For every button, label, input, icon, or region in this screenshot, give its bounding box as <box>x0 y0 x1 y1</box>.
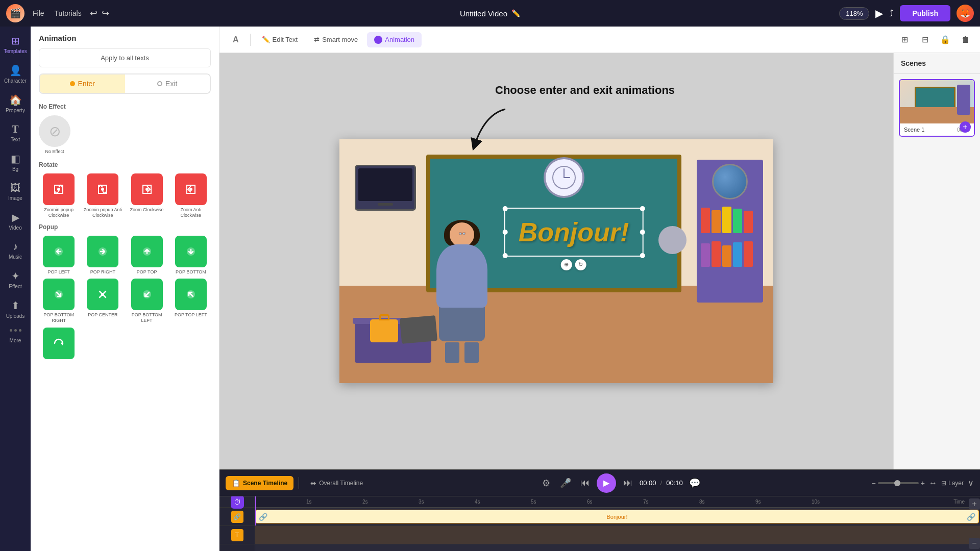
edit-text-button[interactable]: ✏️ Edit Text <box>255 32 305 47</box>
tl-zoom-slider[interactable] <box>878 482 919 484</box>
zoom-control[interactable]: 118% <box>839 7 869 20</box>
effect-pop-left[interactable]: POP LEFT <box>39 236 79 275</box>
time-mark-6s: 6s <box>587 499 593 505</box>
effect-zoomin-cw[interactable]: Zoomin popup Clockwise <box>39 173 79 218</box>
image-icon: 🖼 <box>10 182 20 194</box>
effect-pop-top-icon <box>131 236 163 267</box>
tl-skip-start-button[interactable]: ⏮ <box>577 475 593 491</box>
gray-circle-decoration <box>658 226 687 254</box>
exit-tab[interactable]: Exit <box>125 74 210 93</box>
tl-skip-end-button[interactable]: ⏭ <box>620 475 635 491</box>
zoom-out-button[interactable]: − <box>969 538 980 549</box>
zoom-in-button[interactable]: + <box>969 498 980 510</box>
time-mark-8s: 8s <box>699 499 705 505</box>
selection-controls: ⊕ ↻ <box>561 259 586 270</box>
sidebar-item-character[interactable]: 👤 Character <box>2 60 29 88</box>
scene-timeline-tab[interactable]: 📋 Scene Timeline <box>226 476 293 490</box>
edit-title-icon[interactable]: ✏️ <box>511 9 520 17</box>
menu-items: File Tutorials <box>33 9 82 17</box>
menu-file[interactable]: File <box>33 9 44 17</box>
redo-button[interactable]: ↪ <box>102 8 109 19</box>
effect-pop-right[interactable]: POP RIGHT <box>83 236 122 275</box>
enter-tab[interactable]: Enter <box>40 74 125 93</box>
templates-icon: ⊞ <box>11 35 20 47</box>
app-logo[interactable]: 🎬 <box>6 4 24 22</box>
sidebar-item-uploads[interactable]: ⬆ Uploads <box>2 295 29 323</box>
sidebar-label-image: Image <box>8 195 22 201</box>
add-scene-button[interactable]: + <box>960 121 971 133</box>
bonjour-text: Bonjour! <box>519 217 629 247</box>
sidebar-item-music[interactable]: ♪ Music <box>2 237 29 264</box>
tl-settings-button[interactable]: ⚙ <box>538 475 554 491</box>
bonjour-track-row[interactable]: ⏱ 🔗 Bonjour! 🔗 <box>255 508 980 526</box>
playhead-icon[interactable]: ⏱ <box>231 496 244 509</box>
effect-pop-bottom-left[interactable]: POP BOTTOM LEFT <box>127 279 167 323</box>
effect-zoomin-acw[interactable]: Zoomin popup Anti Clockwise <box>83 173 122 218</box>
rotate-control[interactable]: ↻ <box>575 259 586 270</box>
effect-pop-extra[interactable] <box>39 328 79 361</box>
effect-pop-bottom[interactable]: POP BOTTOM <box>171 236 211 275</box>
sidebar-item-image[interactable]: 🖼 Image <box>2 178 29 205</box>
align-button[interactable]: ⊟ <box>917 32 933 48</box>
share-button[interactable]: ⤴ <box>889 8 894 19</box>
animation-button[interactable]: Animation <box>367 32 422 47</box>
user-avatar[interactable]: 🦊 <box>957 5 974 22</box>
tl-sep <box>299 477 299 489</box>
publish-button[interactable]: Publish <box>900 5 950 21</box>
sidebar-item-more[interactable]: More <box>2 334 29 347</box>
effect-pop-bottom-right[interactable]: POP BOTTOM RIGHT <box>39 279 79 323</box>
effect-pop-center[interactable]: POP CENTER <box>83 279 122 323</box>
undo-button[interactable]: ↩ <box>90 8 97 19</box>
apply-all-texts-button[interactable]: Apply to all texts <box>39 48 211 67</box>
tl-mic-button[interactable]: 🎤 <box>558 475 573 491</box>
effect-pop-top-left[interactable]: POP TOP LEFT <box>171 279 211 323</box>
bonjour-text-container[interactable]: Bonjour! ⊕ ↻ <box>508 212 640 253</box>
content-area: A ✏️ Edit Text ⇄ Smart move Animation ⊞ … <box>219 27 980 551</box>
panel-title: Animation <box>31 27 219 46</box>
bookshelf <box>697 160 763 303</box>
overall-timeline-tab[interactable]: ⬌ Overall Timeline <box>304 476 369 490</box>
tl-zoom-plus: + <box>921 479 925 487</box>
sidebar-item-property[interactable]: 🏠 Property <box>2 90 29 117</box>
bonjour-track-icon: 🔗 <box>231 511 243 523</box>
edit-text-label: Edit Text <box>273 36 298 43</box>
animation-label: Animation <box>385 36 414 43</box>
tl-layer-button[interactable]: ⊟ Layer <box>941 480 964 487</box>
effect-pop-left-icon <box>43 236 75 267</box>
clip-link-left[interactable]: 🔗 <box>259 513 267 521</box>
delete-button[interactable]: 🗑 <box>958 32 974 48</box>
effect-pop-top-left-icon <box>175 279 207 310</box>
effect-zoom-cw[interactable]: Zoom Clockwise <box>127 173 167 218</box>
timeline-controls: 📋 Scene Timeline ⬌ Overall Timeline ⚙ 🎤 … <box>219 470 980 496</box>
smart-move-button[interactable]: ⇄ Smart move <box>307 32 365 47</box>
tl-expand-button[interactable]: ∨ <box>968 478 974 488</box>
effect-zoom-cw-icon <box>131 173 163 205</box>
grid-button[interactable]: ⊞ <box>896 32 913 48</box>
tl-total-time: 00:10 <box>666 479 683 487</box>
main-layout: ⊞ Templates 👤 Character 🏠 Property T Tex… <box>0 27 980 551</box>
sidebar-item-effect[interactable]: ✦ Effect <box>2 266 29 293</box>
time-ruler: 1s 2s 3s 4s 5s 6s 7s 8s 9s 10s Time <box>255 496 980 508</box>
tl-play-button[interactable]: ▶ <box>597 473 616 493</box>
sidebar-item-templates[interactable]: ⊞ Templates <box>2 31 29 58</box>
sidebar-item-bg[interactable]: ◧ Bg <box>2 148 29 176</box>
smart-move-icon: ⇄ <box>314 36 320 43</box>
effect-zoom-acw[interactable]: Zoom Anti Clockwise <box>171 173 211 218</box>
tl-zoom-handle <box>894 480 900 486</box>
bonjour-clip[interactable]: 🔗 Bonjour! 🔗 <box>255 510 979 523</box>
text-format-button[interactable]: A <box>226 32 246 48</box>
preview-play-button[interactable]: ▶ <box>875 7 883 19</box>
sidebar-item-video[interactable]: ▶ Video <box>2 207 29 235</box>
scene-1-thumbnail[interactable]: Scene 1 00:10 + <box>899 79 975 137</box>
effect-pop-top[interactable]: POP TOP <box>127 236 167 275</box>
no-effect-item[interactable]: ⊘ No Effect <box>39 115 70 154</box>
canvas[interactable]: 👓 <box>339 139 773 383</box>
text-track-row[interactable] <box>255 526 980 544</box>
lock-button[interactable]: 🔒 <box>937 32 953 48</box>
menu-tutorials[interactable]: Tutorials <box>55 9 82 17</box>
rotate-effects-grid: Zoomin popup Clockwise Zoomin popup Anti… <box>31 171 219 220</box>
sidebar-label-character: Character <box>4 78 27 84</box>
move-control[interactable]: ⊕ <box>561 259 572 270</box>
sidebar-item-text[interactable]: T Text <box>2 119 29 146</box>
tl-captions-button[interactable]: 💬 <box>687 475 702 491</box>
